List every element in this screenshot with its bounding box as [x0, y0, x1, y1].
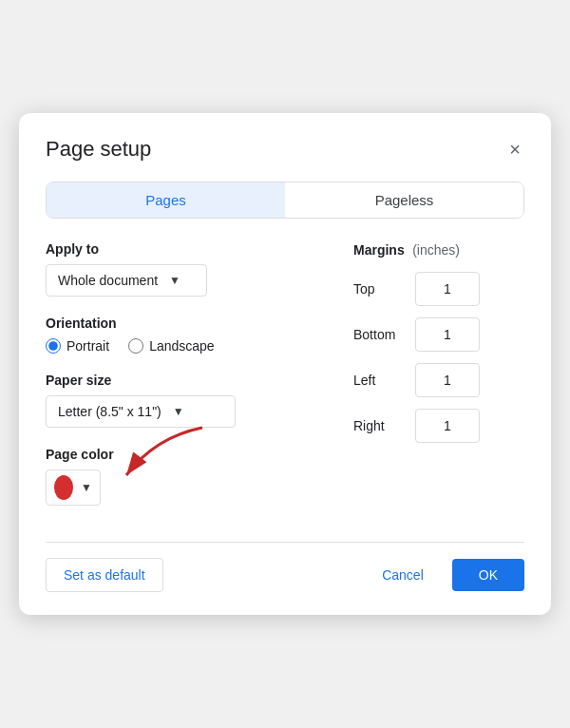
margins-label: Margins	[353, 242, 405, 258]
paper-size-dropdown[interactable]: Letter (8.5" x 11") ▼	[46, 395, 236, 428]
cancel-button[interactable]: Cancel	[365, 559, 441, 591]
left-column: Apply to Whole document ▼ Orientation Po…	[46, 241, 334, 515]
tab-pageless[interactable]: Pageless	[285, 182, 523, 218]
bottom-margin-input[interactable]	[415, 317, 480, 352]
margins-unit: (inches)	[412, 242, 460, 258]
landscape-option[interactable]: Landscape	[128, 338, 215, 354]
landscape-label: Landscape	[149, 338, 215, 354]
right-margin-row: Right	[353, 409, 524, 443]
page-color-button[interactable]: ▼	[46, 469, 101, 506]
dialog-header: Page setup ×	[46, 136, 524, 163]
top-margin-label: Top	[353, 281, 406, 297]
color-swatch	[54, 475, 73, 500]
orientation-label: Orientation	[46, 316, 315, 331]
orientation-section: Orientation Portrait Landscape	[46, 316, 315, 354]
portrait-radio[interactable]	[46, 338, 61, 354]
page-color-section: Page color ▼	[46, 447, 315, 506]
paper-size-value: Letter (8.5" x 11")	[58, 404, 162, 419]
orientation-radio-group: Portrait Landscape	[46, 338, 315, 354]
apply-to-dropdown[interactable]: Whole document ▼	[46, 264, 207, 297]
right-margin-input[interactable]	[415, 409, 480, 443]
tab-pages[interactable]: Pages	[47, 182, 285, 218]
ok-button[interactable]: OK	[452, 559, 524, 591]
dialog-title: Page setup	[46, 137, 151, 162]
content-area: Apply to Whole document ▼ Orientation Po…	[46, 241, 524, 515]
margins-header: Margins (inches)	[353, 241, 524, 259]
portrait-label: Portrait	[66, 338, 109, 354]
color-arrow: ▼	[81, 481, 92, 494]
apply-to-arrow: ▼	[169, 274, 180, 287]
paper-size-label: Paper size	[46, 373, 315, 388]
page-setup-dialog: Page setup × Pages Pageless Apply to Who…	[19, 113, 551, 615]
close-button[interactable]: ×	[505, 136, 524, 163]
landscape-radio[interactable]	[128, 338, 143, 354]
dialog-footer: Set as default Cancel OK	[46, 542, 524, 592]
bottom-margin-label: Bottom	[353, 327, 406, 342]
apply-to-label: Apply to	[46, 241, 315, 257]
portrait-option[interactable]: Portrait	[46, 338, 109, 354]
paper-size-section: Paper size Letter (8.5" x 11") ▼	[46, 373, 315, 428]
left-margin-input[interactable]	[415, 363, 480, 397]
page-color-label: Page color	[46, 447, 315, 462]
right-margin-label: Right	[353, 418, 406, 433]
top-margin-input[interactable]	[415, 272, 480, 306]
tabs-container: Pages Pageless	[46, 182, 524, 219]
top-margin-row: Top	[353, 272, 524, 306]
footer-right-buttons: Cancel OK	[365, 559, 524, 591]
apply-to-section: Apply to Whole document ▼	[46, 241, 315, 297]
set-default-button[interactable]: Set as default	[46, 558, 163, 592]
bottom-margin-row: Bottom	[353, 317, 524, 352]
paper-size-arrow: ▼	[173, 405, 184, 418]
left-margin-label: Left	[353, 373, 406, 388]
right-column: Margins (inches) Top Bottom Left Right	[334, 241, 524, 515]
left-margin-row: Left	[353, 363, 524, 397]
apply-to-value: Whole document	[58, 273, 158, 288]
